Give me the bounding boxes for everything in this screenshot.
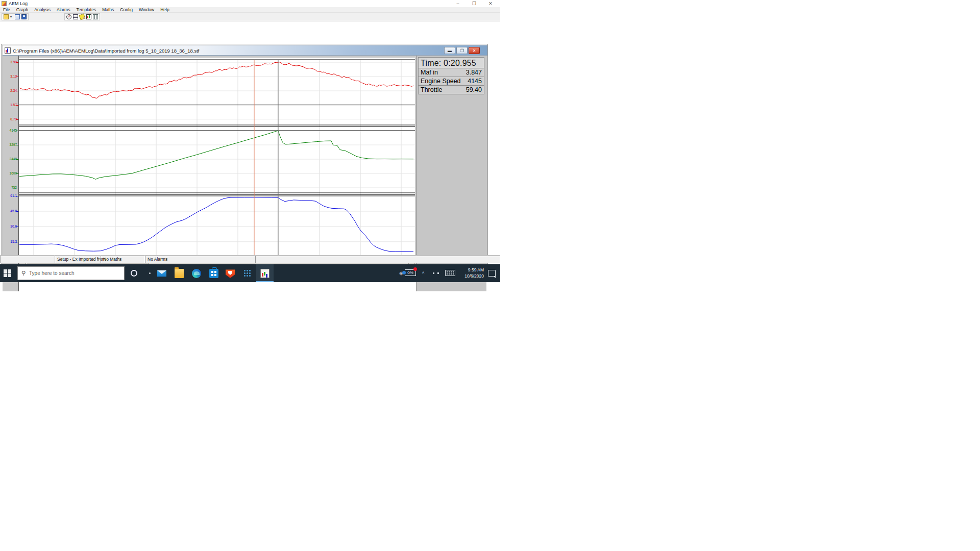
status-badge: [402, 271, 406, 274]
y-tick-label: 2.34: [3, 89, 17, 92]
menu-item-graph[interactable]: Graph: [13, 7, 32, 12]
maths-status-cell: No Maths: [101, 256, 145, 263]
channel-row-maf[interactable]: Maf in 3.847: [418, 68, 484, 77]
menu-item-templates[interactable]: Templates: [73, 7, 99, 12]
log-plot[interactable]: [19, 58, 415, 257]
menu-item-file[interactable]: File: [0, 7, 13, 12]
y-tick-mark: [16, 211, 18, 212]
y-tick-label: 45.8: [3, 209, 17, 213]
y-tick-label: 15.3: [3, 240, 17, 243]
toolbar-file-group: ▾: [2, 13, 29, 20]
menu-item-maths[interactable]: Maths: [99, 7, 117, 12]
y-tick-mark: [16, 227, 18, 227]
channel-row-throttle[interactable]: Throttle 59.40: [418, 86, 484, 94]
aem-log-taskbar-button[interactable]: [256, 264, 274, 282]
hidden-icons-chevron[interactable]: ^: [422, 271, 424, 276]
y-tick-mark: [16, 196, 18, 196]
y-tick-label: 1.57: [3, 103, 17, 107]
table-view-icon[interactable]: [73, 14, 78, 19]
document-icon: [5, 47, 11, 54]
series-throttle: [19, 197, 413, 252]
menu-item-alarms[interactable]: Alarms: [54, 7, 73, 12]
channel-value: 4145: [468, 77, 482, 85]
taskbar-clock[interactable]: 9:59 AM 10/6/2020: [458, 267, 484, 279]
status-empty-cell: [255, 256, 500, 263]
app-minimize-button[interactable]: –: [452, 1, 463, 7]
action-center-icon[interactable]: [488, 270, 496, 277]
search-icon: ⚲: [21, 270, 26, 277]
y-tick-mark: [16, 105, 18, 106]
app-icon: [2, 1, 7, 6]
grid-view-icon[interactable]: [93, 14, 98, 19]
edge-browser-icon[interactable]: [192, 269, 201, 278]
tray-icon[interactable]: [433, 272, 434, 274]
open-file-icon[interactable]: [4, 14, 9, 19]
setup-status-cell: Setup - Ex Imported from: [55, 256, 101, 263]
channel-row-engine-speed[interactable]: Engine Speed 4145: [418, 77, 484, 86]
y-tick-label: 61.1: [3, 194, 17, 197]
menu-item-window[interactable]: Window: [136, 7, 157, 12]
battery-tray-icon[interactable]: ⎈ 0%: [399, 269, 419, 277]
y-tick-mark: [16, 91, 18, 91]
document-titlebar[interactable]: C:\Program Files (x86)\AEM\AEMLog\Data\I…: [3, 45, 487, 56]
y-tick-label: 30.6: [3, 224, 17, 228]
task-view-icon[interactable]: [149, 272, 151, 274]
status-empty-cell: [0, 256, 55, 263]
series-engine-speed: [19, 131, 413, 179]
windows-taskbar: ⚲ Type here to search ⎈ 0% ^ 9:59 AM 10/…: [0, 264, 500, 282]
channel-value: 3.847: [466, 68, 482, 77]
y-tick-label: 1600: [3, 171, 17, 175]
channel-name: Engine Speed: [421, 77, 461, 85]
y-tick-mark: [16, 119, 18, 120]
app-restore-button[interactable]: ❐: [469, 1, 480, 7]
mail-icon[interactable]: [157, 269, 166, 278]
taskbar-search-box[interactable]: ⚲ Type here to search: [17, 266, 125, 280]
edit-icon[interactable]: [79, 14, 86, 20]
cortana-icon[interactable]: [131, 270, 137, 277]
y-tick-label: 3297: [3, 143, 17, 146]
y-tick-label: 3.12: [3, 74, 17, 78]
y-tick-label: 4145: [3, 129, 17, 132]
tray-icon[interactable]: [437, 272, 439, 274]
menu-item-help[interactable]: Help: [157, 7, 172, 12]
y-tick-mark: [16, 145, 18, 145]
document-close-button[interactable]: ✕: [469, 47, 480, 54]
notification-dot: [413, 267, 417, 271]
microsoft-store-icon[interactable]: [209, 269, 218, 278]
search-placeholder: Type here to search: [29, 270, 74, 276]
clock-time: 9:59 AM: [458, 267, 484, 273]
y-tick-mark: [16, 159, 18, 160]
save-icon[interactable]: [21, 14, 27, 19]
start-button[interactable]: [4, 269, 11, 277]
file-explorer-icon[interactable]: [175, 269, 184, 278]
app-titlebar[interactable]: AEM Log – ❐ ✕: [0, 0, 500, 7]
chart-view-icon[interactable]: [86, 14, 91, 19]
brave-browser-icon[interactable]: [226, 269, 235, 278]
app-grid-icon[interactable]: [243, 269, 252, 278]
log-document-icon[interactable]: [15, 14, 20, 19]
channel-name: Throttle: [421, 86, 442, 94]
touch-keyboard-icon[interactable]: [445, 270, 455, 276]
alarms-status-cell: No Alarms: [145, 256, 255, 263]
document-minimize-button[interactable]: ▬: [444, 47, 455, 54]
open-file-dropdown-icon[interactable]: ▾: [10, 14, 13, 19]
aem-log-window: AEM Log – ❐ ✕ FileGraphAnalysisAlarmsTem…: [0, 0, 500, 282]
app-close-button[interactable]: ✕: [485, 1, 496, 7]
y-tick-label: 3.90: [3, 60, 17, 64]
desktop: AEM Log – ❐ ✕ FileGraphAnalysisAlarmsTem…: [0, 0, 980, 551]
toolbar-view-group: [64, 13, 100, 20]
app-status-bar: Setup - Ex Imported from No Maths No Ala…: [0, 255, 500, 263]
y-tick-mark: [16, 62, 18, 63]
menu-bar: FileGraphAnalysisAlarmsTemplatesMathsCon…: [0, 7, 500, 13]
menu-item-config[interactable]: Config: [117, 7, 136, 12]
y-tick-mark: [16, 77, 18, 77]
document-restore-button[interactable]: ❐: [456, 47, 468, 54]
menu-item-analysis[interactable]: Analysis: [31, 7, 54, 12]
y-tick-mark: [16, 131, 18, 131]
y-tick-label: 752: [3, 186, 17, 189]
y-tick-mark: [16, 188, 18, 188]
gauge-view-icon[interactable]: [66, 14, 71, 19]
y-tick-mark: [16, 173, 18, 174]
clock-date: 10/6/2020: [458, 273, 484, 279]
mdi-area: C:\Program Files (x86)\AEM\AEMLog\Data\I…: [0, 21, 500, 255]
